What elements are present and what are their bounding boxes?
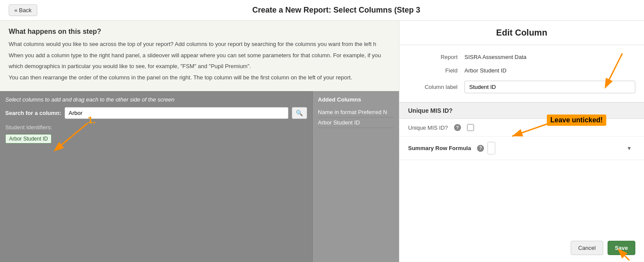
unique-mis-checkbox[interactable] (467, 124, 474, 131)
select-arrow-icon: ▼ (627, 145, 632, 151)
info-para1: What columns would you like to see acros… (9, 40, 390, 49)
summary-row-label: Summary Row Formula (408, 145, 471, 151)
added-columns-panel: Added Columns Name in format Preferred N… (312, 91, 399, 262)
info-para4: You can then rearrange the order of the … (9, 73, 390, 82)
report-label: Report (408, 54, 464, 60)
leave-unticked-label: Leave unticked! (547, 115, 606, 126)
column-label-label: Column label (408, 84, 464, 90)
select-columns-header: Select columns to add and drag each to t… (5, 96, 307, 103)
search-label: Search for a column: (5, 110, 61, 116)
arbor-student-id-tag[interactable]: Arbor Student ID (5, 134, 52, 144)
summary-row-section: Summary Row Formula ? ▼ (399, 137, 644, 160)
added-columns-header: Added Columns (318, 96, 394, 103)
select-columns-panel: Select columns to add and drag each to t… (0, 91, 312, 262)
page-title: Create a New Report: Select Columns (Ste… (37, 6, 635, 15)
cancel-button[interactable]: Cancel (571, 241, 603, 255)
summary-info-icon[interactable]: ? (477, 145, 484, 152)
search-button[interactable]: 🔍 (292, 107, 307, 119)
back-button[interactable]: « Back (9, 4, 37, 16)
search-input[interactable] (65, 107, 288, 119)
column-label-input[interactable] (464, 81, 635, 93)
report-value: SISRA Assessment Data (464, 54, 635, 60)
step1-label: 1. (88, 115, 95, 126)
edit-column-title: Edit Column (408, 28, 635, 38)
unique-mis-info-icon[interactable]: ? (454, 124, 461, 131)
info-para2: When you add a column type to the right … (9, 51, 390, 60)
report-section: Report SISRA Assessment Data Field Arbor… (399, 45, 644, 102)
report-row: Report SISRA Assessment Data (408, 50, 635, 64)
field-label: Field (408, 67, 464, 74)
field-row: Field Arbor Student ID (408, 64, 635, 77)
step3-label: 3. (616, 260, 624, 262)
summary-row-select[interactable] (487, 142, 495, 154)
info-box: What happens on this step? What columns … (0, 21, 399, 91)
unique-mis-label: Unique MIS ID? (408, 124, 448, 131)
unique-mis-section-header: Unique MIS ID? (399, 102, 644, 119)
info-heading: What happens on this step? (9, 28, 390, 36)
info-para3: which demographics in particular you wou… (9, 62, 390, 71)
column-label-row: Column label 2. (408, 77, 635, 97)
unique-mis-title: Unique MIS ID? (408, 107, 453, 114)
field-value: Arbor Student ID (464, 67, 635, 74)
search-icon: 🔍 (296, 110, 303, 116)
save-button[interactable]: Save (608, 241, 635, 255)
added-column-item: Name in format Preferred N (318, 107, 394, 118)
category-label: Student Identifiers: (5, 124, 307, 131)
unique-mis-row: Unique MIS ID? ? Leave unticked! (399, 119, 644, 137)
edit-column-panel: Edit Column Report SISRA Assessment Data… (399, 21, 644, 262)
edit-column-header: Edit Column (399, 21, 644, 45)
action-buttons: Cancel Save 3. (399, 234, 644, 262)
added-column-item: Arbor Student ID (318, 118, 394, 128)
